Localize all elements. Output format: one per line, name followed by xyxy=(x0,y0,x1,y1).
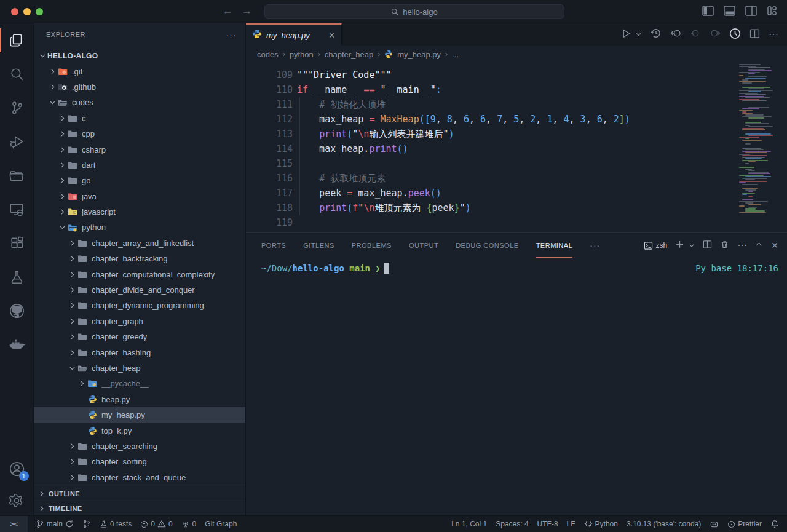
notifications-bell-icon[interactable] xyxy=(766,516,783,532)
problems-status[interactable]: 0 0 xyxy=(136,516,176,532)
previous-change-icon[interactable] xyxy=(690,28,701,41)
source-control-icon[interactable] xyxy=(0,91,34,125)
next-change-icon[interactable] xyxy=(710,28,721,41)
indentation-status[interactable]: Spaces: 4 xyxy=(491,516,532,532)
chevron-right-icon[interactable] xyxy=(67,271,77,279)
maximize-panel-icon[interactable] xyxy=(755,240,763,251)
code-editor[interactable]: 109"""Driver Code"""110if __name__ == "_… xyxy=(246,63,787,232)
toggle-panel-icon[interactable] xyxy=(724,6,735,16)
panel-tab-problems[interactable]: PROBLEMS xyxy=(352,233,392,258)
tree-item-chapter-dynamic-programming[interactable]: chapter_dynamic_programming xyxy=(34,298,245,313)
tab-my-heap-py[interactable]: my_heap.py ✕ xyxy=(246,23,342,46)
code-line-109[interactable]: 109"""Driver Code""" xyxy=(246,68,787,82)
command-center-search[interactable]: hello-algo xyxy=(264,4,564,19)
chevron-right-icon[interactable] xyxy=(67,317,77,325)
chevron-right-icon[interactable] xyxy=(67,458,77,466)
tree-item-chapter-computational-complexity[interactable]: chapter_computational_complexity xyxy=(34,266,245,282)
chevron-right-icon[interactable] xyxy=(77,379,87,387)
chevron-right-icon[interactable] xyxy=(57,208,67,216)
chevron-right-icon[interactable] xyxy=(57,114,67,122)
docker-icon[interactable] xyxy=(0,328,34,362)
search-view-icon[interactable] xyxy=(0,57,34,91)
toggle-sidebar-icon[interactable] xyxy=(702,6,714,16)
tree-item-chapter-array-and-linkedlist[interactable]: chapter_array_and_linkedlist xyxy=(34,236,245,251)
tree-item-top-k-py[interactable]: top_k.py xyxy=(34,423,245,438)
code-line-118[interactable]: 118 print(f"\n堆顶元素为 {peek}") xyxy=(246,200,787,215)
tree-item-java[interactable]: java xyxy=(34,189,245,204)
extensions-icon[interactable] xyxy=(0,226,34,260)
eol-status[interactable]: LF xyxy=(563,516,580,532)
tree-item-chapter-sorting[interactable]: chapter_sorting xyxy=(34,454,245,469)
run-python-file-icon[interactable] xyxy=(621,28,631,41)
close-window-button[interactable] xyxy=(11,8,18,15)
close-panel-icon[interactable]: ✕ xyxy=(771,240,778,250)
prettier-status[interactable]: Prettier xyxy=(723,516,766,532)
timeline-section[interactable]: TIMELINE xyxy=(34,501,245,515)
tree-item-chapter-searching[interactable]: chapter_searching xyxy=(34,439,245,454)
zoom-window-button[interactable] xyxy=(36,8,43,15)
copilot-icon[interactable] xyxy=(705,516,723,532)
gitlens-status-icon[interactable] xyxy=(78,516,95,532)
run-code-icon[interactable] xyxy=(729,28,741,42)
panel-tab-terminal[interactable]: TERMINAL xyxy=(536,233,573,258)
tree-item-cpp[interactable]: cpp xyxy=(34,126,245,141)
tree-item-chapter-heap[interactable]: chapter_heap xyxy=(34,360,245,376)
code-line-111[interactable]: 111 # 初始化大顶堆 xyxy=(246,97,787,112)
chevron-right-icon[interactable] xyxy=(67,333,77,341)
new-terminal-icon[interactable] xyxy=(675,240,684,252)
breadcrumb-item[interactable]: ... xyxy=(452,50,459,59)
outline-section[interactable]: OUTLINE xyxy=(34,486,245,501)
tree-item-my-heap-py[interactable]: my_heap.py xyxy=(34,407,245,423)
chevron-right-icon[interactable] xyxy=(57,177,67,185)
kill-terminal-icon[interactable] xyxy=(720,240,729,252)
tree-item-go[interactable]: go xyxy=(34,173,245,188)
panel-more-tabs-icon[interactable]: ··· xyxy=(590,240,600,250)
chevron-right-icon[interactable] xyxy=(57,130,67,138)
tree-item-python[interactable]: python xyxy=(34,220,245,235)
chevron-right-icon[interactable] xyxy=(67,442,77,450)
tree-item-chapter-divide-and-conquer[interactable]: chapter_divide_and_conquer xyxy=(34,282,245,298)
code-line-113[interactable]: 113 print("\n输入列表并建堆后") xyxy=(246,127,787,141)
chevron-right-icon[interactable] xyxy=(67,239,77,247)
editor-more-actions-icon[interactable]: ··· xyxy=(769,29,778,40)
tree-item--pycache-[interactable]: __pycache__ xyxy=(34,376,245,391)
code-line-110[interactable]: 110if __name__ == "__main__": xyxy=(246,82,787,97)
chevron-right-icon[interactable] xyxy=(57,193,67,200)
remote-indicator[interactable]: >< xyxy=(0,516,28,532)
run-debug-icon[interactable] xyxy=(0,125,34,159)
customize-layout-icon[interactable] xyxy=(767,6,777,16)
panel-tab-debug-console[interactable]: DEBUG CONSOLE xyxy=(456,233,518,258)
toggle-secondary-sidebar-icon[interactable] xyxy=(745,6,757,16)
chevron-right-icon[interactable] xyxy=(47,68,57,76)
breadcrumb-item[interactable]: my_heap.py xyxy=(397,50,441,59)
run-dropdown-icon[interactable] xyxy=(635,29,642,40)
interpreter-status[interactable]: 3.10.13 ('base': conda) xyxy=(622,516,705,532)
sync-icon[interactable] xyxy=(65,520,74,528)
panel-tab-output[interactable]: OUTPUT xyxy=(409,233,438,258)
code-line-119[interactable]: 119 xyxy=(246,215,787,230)
accounts-icon[interactable]: 1 xyxy=(0,452,34,486)
panel-more-actions-icon[interactable]: ··· xyxy=(737,240,747,251)
split-terminal-icon[interactable] xyxy=(703,240,712,252)
chevron-down-icon[interactable] xyxy=(57,223,67,231)
close-tab-icon[interactable]: ✕ xyxy=(328,31,335,40)
code-line-112[interactable]: 112 max_heap = MaxHeap([9, 8, 6, 6, 7, 5… xyxy=(246,112,787,127)
tree-item-hello-algo[interactable]: HELLO-ALGO xyxy=(34,48,245,63)
tree-item-codes[interactable]: codes xyxy=(34,95,245,110)
chevron-down-icon[interactable] xyxy=(67,364,77,372)
chevron-right-icon[interactable] xyxy=(67,349,77,357)
chevron-right-icon[interactable] xyxy=(67,474,77,482)
language-status[interactable]: Python xyxy=(580,516,622,532)
chevron-right-icon[interactable] xyxy=(57,146,67,154)
chevron-right-icon[interactable] xyxy=(57,161,67,169)
github-icon[interactable] xyxy=(0,294,34,328)
tree-item-chapter-graph[interactable]: chapter_graph xyxy=(34,314,245,329)
tree-item-csharp[interactable]: csharp xyxy=(34,141,245,157)
git-graph-status[interactable]: Git Graph xyxy=(200,516,241,532)
ports-status[interactable]: 0 xyxy=(177,516,201,532)
tree-item-chapter-hashing[interactable]: chapter_hashing xyxy=(34,344,245,360)
tree-item-dart[interactable]: dart xyxy=(34,157,245,173)
minimap[interactable] xyxy=(739,63,783,210)
tree-item-heap-py[interactable]: heap.py xyxy=(34,392,245,407)
chevron-down-icon[interactable] xyxy=(47,98,57,106)
